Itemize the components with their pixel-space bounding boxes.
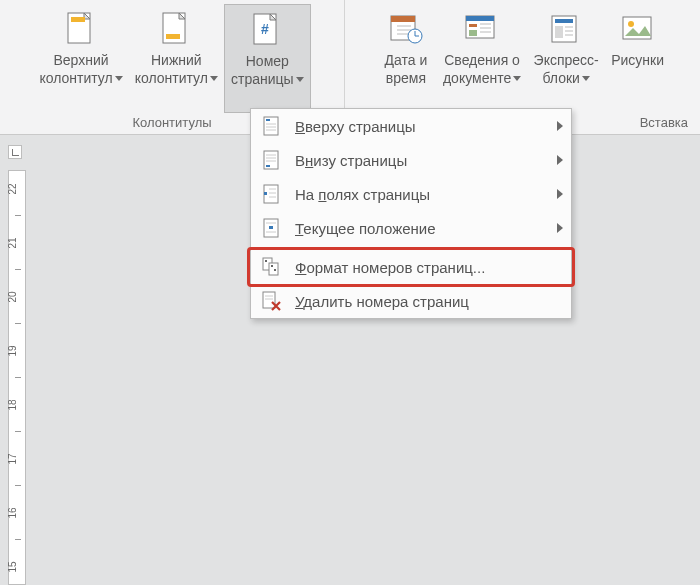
doc-info-label1: Сведения о	[444, 52, 520, 68]
date-time-button[interactable]: Дата ивремя	[375, 4, 437, 113]
ruler-tick: 20	[7, 291, 18, 302]
quick-parts-button[interactable]: Экспресс-блоки	[527, 4, 605, 113]
menu-separator	[251, 247, 571, 248]
ruler-tick: 22	[7, 183, 18, 194]
vertical-ruler[interactable]: 22 21 20 19 18 17 16 15	[8, 170, 26, 585]
page-margins-icon	[261, 184, 283, 204]
document-info-icon	[464, 8, 500, 50]
chevron-down-icon	[296, 77, 304, 82]
svg-rect-46	[269, 226, 273, 229]
remove-numbers-icon	[261, 291, 283, 311]
chevron-right-icon	[557, 189, 563, 199]
menu-page-margins[interactable]: На полях страницы	[251, 177, 571, 211]
page-top-icon	[261, 116, 283, 136]
calendar-clock-icon	[389, 8, 423, 50]
menu-current-position[interactable]: Текущее положение	[251, 211, 571, 245]
svg-rect-38	[266, 165, 270, 167]
svg-rect-49	[269, 263, 278, 275]
page-number-icon: #	[252, 9, 282, 51]
chevron-down-icon	[513, 76, 521, 81]
svg-rect-16	[469, 24, 477, 27]
header-label1: Верхний	[53, 52, 108, 68]
svg-rect-30	[266, 119, 270, 121]
page-bottom-icon	[261, 150, 283, 170]
quick-parts-label1: Экспресс-	[534, 52, 599, 68]
current-position-icon	[261, 218, 283, 238]
svg-point-28	[628, 21, 634, 27]
header-button[interactable]: Верхнийколонтитул	[33, 4, 128, 113]
svg-rect-1	[71, 17, 85, 22]
ruler-tick: 15	[7, 561, 18, 572]
footer-label1: Нижний	[151, 52, 202, 68]
menu-format-page-numbers[interactable]: Формат номеров страниц...	[251, 250, 571, 284]
ruler-tick: 17	[7, 453, 18, 464]
chevron-down-icon	[115, 76, 123, 81]
pictures-icon	[621, 8, 655, 50]
date-time-label2: время	[386, 70, 426, 86]
header-label2: колонтитул	[39, 70, 112, 86]
chevron-right-icon	[557, 121, 563, 131]
format-numbers-icon	[261, 257, 283, 277]
svg-rect-3	[166, 34, 180, 39]
menu-top-of-page[interactable]: Вверху страницы	[251, 109, 571, 143]
chevron-down-icon	[210, 76, 218, 81]
chevron-right-icon	[557, 223, 563, 233]
page-number-label2: страницы	[231, 71, 294, 87]
page-number-label1: Номер	[246, 53, 289, 69]
page-number-dropdown: Вверху страницы Внизу страницы На полях …	[250, 108, 572, 319]
footer-button[interactable]: Нижнийколонтитул	[129, 4, 224, 113]
menu-remove-page-numbers[interactable]: Удалить номера страниц	[251, 284, 571, 318]
doc-info-label2: документе	[443, 70, 511, 86]
svg-rect-53	[263, 292, 275, 308]
svg-rect-15	[466, 16, 494, 21]
ruler-tick: 21	[7, 237, 18, 248]
ruler-tick: 19	[7, 345, 18, 356]
quick-parts-icon	[550, 8, 582, 50]
svg-rect-40	[264, 192, 267, 195]
svg-rect-23	[555, 26, 563, 38]
pictures-label1: Рисунки	[611, 52, 664, 68]
svg-rect-51	[271, 265, 273, 267]
quick-parts-label2: блоки	[542, 70, 579, 86]
ruler-corner	[8, 145, 22, 159]
menu-bottom-of-page[interactable]: Внизу страницы	[251, 143, 571, 177]
svg-rect-52	[274, 269, 276, 271]
svg-rect-22	[555, 19, 573, 23]
svg-rect-17	[469, 30, 477, 36]
ruler-tick: 16	[7, 507, 18, 518]
header-icon	[66, 8, 96, 50]
page-number-button[interactable]: # Номерстраницы	[224, 4, 311, 113]
ruler-tick: 18	[7, 399, 18, 410]
chevron-right-icon	[557, 155, 563, 165]
pictures-button[interactable]: Рисунки	[605, 4, 670, 113]
date-time-label1: Дата и	[385, 52, 428, 68]
chevron-down-icon	[582, 76, 590, 81]
svg-rect-50	[265, 260, 267, 262]
footer-icon	[161, 8, 191, 50]
document-info-button[interactable]: Сведения одокументе	[437, 4, 527, 113]
svg-rect-7	[391, 16, 415, 22]
svg-text:#: #	[261, 21, 269, 37]
footer-label2: колонтитул	[135, 70, 208, 86]
